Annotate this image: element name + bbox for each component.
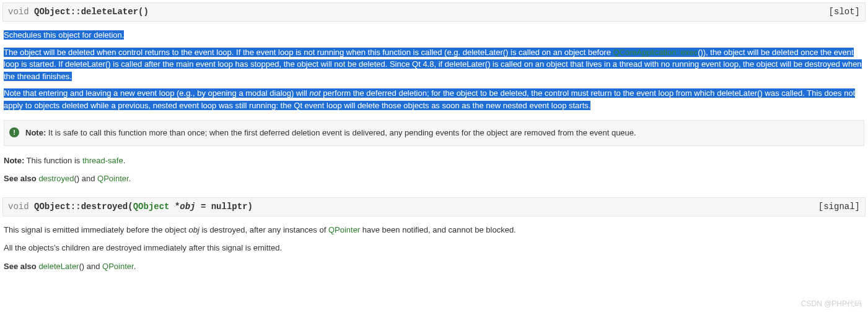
desc-p1: Schedules this object for deletion. xyxy=(4,29,864,41)
function-signature: void QObject::destroyed(QObject *obj = n… xyxy=(8,200,253,213)
param-name: obj xyxy=(180,202,195,212)
thread-safe-note: Note: This function is thread-safe. xyxy=(4,155,864,167)
return-type: void xyxy=(8,202,29,212)
note-box: ! Note: It is safe to call this function… xyxy=(4,120,864,146)
param-type: QObject xyxy=(133,202,170,212)
note-text: Note: It is safe to call this function m… xyxy=(25,127,636,139)
signal-tag: [signal] xyxy=(818,200,860,213)
function-header-deleteLater: void QObject::deleteLater() [slot] xyxy=(2,2,866,22)
function-name: destroyed xyxy=(81,202,128,212)
function-signature: void QObject::deleteLater() xyxy=(8,6,149,19)
class-scope: QObject:: xyxy=(34,202,81,212)
function-name: deleteLater xyxy=(81,7,138,17)
link-deletelater[interactable]: deleteLater xyxy=(38,262,79,271)
return-type: void xyxy=(8,7,29,17)
link-destroyed[interactable]: destroyed xyxy=(38,174,74,183)
params: () xyxy=(138,7,149,17)
desc-destroyed-p1: This signal is emitted immediately befor… xyxy=(4,224,864,236)
see-also-1: See also destroyed() and QPointer. xyxy=(4,173,864,185)
link-qpointer-3[interactable]: QPointer xyxy=(102,262,134,271)
class-scope: QObject:: xyxy=(34,7,81,17)
desc-destroyed-p2: All the objects's children are destroyed… xyxy=(4,242,864,254)
link-qpointer-1[interactable]: QPointer xyxy=(97,174,129,183)
link-qcoreapplication-exec[interactable]: QCoreApplication::exec xyxy=(613,48,698,57)
function-header-destroyed: void QObject::destroyed(QObject *obj = n… xyxy=(2,197,866,217)
info-icon: ! xyxy=(9,127,19,137)
link-qpointer-2[interactable]: QPointer xyxy=(328,225,360,234)
slot-tag: [slot] xyxy=(829,6,860,19)
see-also-2: See also deleteLater() and QPointer. xyxy=(4,260,864,273)
link-thread-safe[interactable]: thread-safe xyxy=(82,156,123,165)
desc-p3: Note that entering and leaving a new eve… xyxy=(4,87,864,111)
desc-p2: The object will be deleted when control … xyxy=(4,46,864,83)
